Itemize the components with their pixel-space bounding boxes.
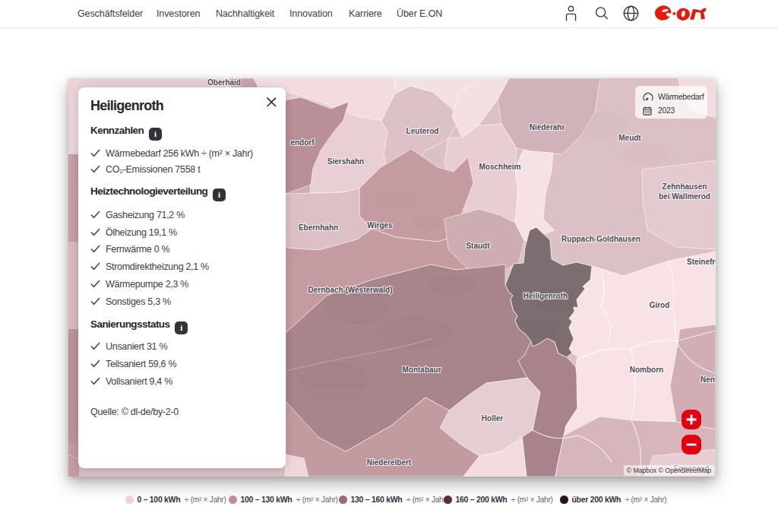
svg-text:Zehnhausen: Zehnhausen	[663, 182, 707, 191]
svg-text:Leuterod: Leuterod	[406, 127, 439, 135]
svg-text:Girod: Girod	[650, 301, 670, 309]
svg-text:Oberhaid: Oberhaid	[207, 78, 241, 87]
svg-text:Moschheim: Moschheim	[479, 163, 520, 171]
svg-text:Siershahn: Siershahn	[327, 157, 364, 166]
svg-text:Niederelbert: Niederelbert	[367, 458, 412, 467]
svg-text:Montabaur: Montabaur	[402, 366, 441, 374]
svg-text:Ebernhahn: Ebernhahn	[299, 223, 338, 232]
svg-text:Nentershausen: Nentershausen	[701, 375, 716, 384]
svg-text:Ruppach-Goldhausen: Ruppach-Goldhausen	[561, 235, 640, 243]
svg-text:Holler: Holler	[482, 414, 503, 423]
svg-text:bei Wallmerod: bei Wallmerod	[659, 192, 710, 201]
svg-text:Heiligenroth: Heiligenroth	[523, 292, 568, 300]
svg-text:Dernbach (Westerwald): Dernbach (Westerwald)	[308, 286, 393, 294]
svg-text:Meudt: Meudt	[618, 134, 641, 142]
svg-text:Nomborn: Nomborn	[630, 366, 663, 374]
svg-text:Staudt: Staudt	[466, 242, 490, 250]
svg-text:Wirges: Wirges	[367, 221, 393, 230]
svg-text:endorf: endorf	[290, 138, 315, 147]
svg-text:Steinefrenz: Steinefrenz	[687, 258, 716, 266]
svg-text:Niederahr: Niederahr	[530, 123, 565, 131]
